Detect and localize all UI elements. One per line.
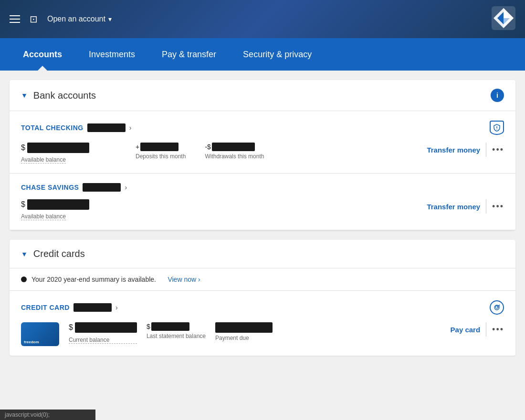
total-checking-balance-col: $ Available balance [21, 143, 116, 164]
credit-card-number-redacted [74, 303, 112, 312]
chase-savings-balance-redacted [27, 199, 89, 210]
total-checking-name-row: TOTAL CHECKING › [21, 121, 504, 135]
nav-item-accounts[interactable]: Accounts [10, 38, 75, 71]
total-checking-balance-label: Available balance [21, 156, 66, 164]
credit-card-name-row: CREDIT CARD › [21, 300, 504, 315]
total-checking-more-button[interactable]: ••• [492, 145, 504, 155]
nav-bar: Accounts Investments Pay & transfer Secu… [0, 38, 525, 71]
nav-item-pay-transfer[interactable]: Pay & transfer [148, 38, 230, 71]
total-checking-deposits-amount: + [136, 143, 186, 151]
nav-item-investments[interactable]: Investments [75, 38, 148, 71]
chase-savings-balance-col: $ Available balance [21, 199, 116, 220]
notice-text: Your 2020 year-end summary is available. [32, 276, 156, 283]
status-bar-text: javascript:void(0); [5, 411, 50, 418]
chevron-down-icon: ▾ [108, 15, 112, 23]
total-checking-chevron-icon[interactable]: › [129, 124, 132, 132]
credit-card-payment-due-redacted [215, 322, 273, 333]
chase-savings-balance-label: Available balance [21, 213, 66, 220]
refresh-icon[interactable] [490, 300, 504, 315]
credit-card-more-button[interactable]: ••• [492, 325, 504, 335]
credit-card-left: CREDIT CARD › [21, 303, 118, 312]
credit-card-current-balance-col: $ Current balance [69, 322, 137, 344]
credit-cards-header: ▼ Credit cards [10, 240, 515, 268]
credit-card-payment-due-col: Payment due [215, 322, 273, 341]
credit-card-name[interactable]: CREDIT CARD [21, 304, 70, 311]
total-checking-balance-redacted [27, 143, 89, 153]
credit-card-actions: Pay card ••• [451, 322, 504, 337]
total-checking-left: TOTAL CHECKING › [21, 123, 131, 132]
header-left: ⊡ Open an account ▾ [10, 13, 112, 25]
credit-card-last-statement-amount: $ [147, 322, 206, 331]
bank-accounts-title: ▼ Bank accounts [21, 90, 96, 101]
total-checking-actions: Transfer money ••• [427, 143, 504, 157]
total-checking-name[interactable]: TOTAL CHECKING [21, 124, 84, 132]
total-checking-details: $ Available balance + Deposits this mont… [21, 143, 504, 164]
savings-actions-divider [486, 199, 486, 214]
year-end-notice: Your 2020 year-end summary is available.… [10, 268, 515, 291]
credit-card-last-statement-redacted [151, 322, 189, 331]
chase-savings-row: CHASE SAVINGS › $ Available balance Tran… [10, 174, 515, 230]
svg-point-6 [496, 129, 497, 130]
chase-savings-more-button[interactable]: ••• [492, 202, 504, 212]
credit-card-row: CREDIT CARD › freedom $ [10, 291, 515, 356]
chase-savings-name[interactable]: CHASE SAVINGS [21, 184, 79, 191]
chase-savings-left: CHASE SAVINGS › [21, 183, 127, 192]
bank-accounts-info-icon[interactable]: i [491, 89, 504, 102]
total-checking-row: TOTAL CHECKING › $ [10, 111, 515, 174]
credit-card-current-balance-label: Current balance [69, 337, 137, 344]
open-account-label: Open an account [47, 15, 105, 23]
status-bar: javascript:void(0); [0, 410, 95, 420]
total-checking-withdrawals-label: Withdrawals this month [205, 153, 264, 160]
credit-cards-collapse-icon[interactable]: ▼ [21, 250, 28, 258]
chase-savings-transfer-button[interactable]: Transfer money [427, 203, 480, 211]
total-checking-balance-amount: $ [21, 143, 116, 153]
nav-item-security-privacy[interactable]: Security & privacy [230, 38, 325, 71]
bank-accounts-section: ▼ Bank accounts i TOTAL CHECKING › [10, 80, 515, 230]
shield-icon[interactable] [490, 121, 504, 135]
chase-savings-details: $ Available balance Transfer money ••• [21, 199, 504, 220]
total-checking-withdrawals-amount: -$ [205, 143, 264, 151]
total-checking-withdrawals-col: -$ Withdrawals this month [205, 143, 264, 160]
hamburger-menu-icon[interactable] [10, 15, 20, 23]
cc-actions-divider [486, 322, 486, 337]
chase-savings-account-number-redacted [83, 183, 121, 192]
total-checking-deposits-label: Deposits this month [136, 153, 186, 160]
bookmark-icon[interactable]: ⊡ [30, 13, 38, 25]
total-checking-withdrawals-redacted [212, 143, 255, 151]
freedom-card-label: freedom [24, 340, 39, 344]
open-account-button[interactable]: Open an account ▾ [47, 15, 112, 23]
actions-divider [486, 143, 486, 157]
collapse-icon[interactable]: ▼ [21, 92, 28, 99]
freedom-card-image: freedom [21, 322, 59, 346]
credit-card-chevron-icon[interactable]: › [116, 304, 118, 311]
view-now-link[interactable]: View now › [168, 276, 200, 283]
credit-card-payment-due-label: Payment due [215, 335, 273, 341]
credit-card-current-balance-redacted [75, 322, 137, 333]
chase-savings-chevron-icon[interactable]: › [125, 184, 127, 191]
chase-savings-balance-amount: $ [21, 199, 116, 210]
total-checking-transfer-button[interactable]: Transfer money [427, 146, 480, 154]
total-checking-account-number-redacted [87, 123, 126, 132]
bank-accounts-header: ▼ Bank accounts i [10, 80, 515, 111]
credit-card-last-statement-col: $ Last statement balance [147, 322, 206, 339]
chase-savings-name-row: CHASE SAVINGS › [21, 183, 504, 192]
credit-cards-section: ▼ Credit cards Your 2020 year-end summar… [10, 240, 515, 356]
chase-logo [492, 6, 515, 32]
main-content: ▼ Bank accounts i TOTAL CHECKING › [0, 71, 525, 375]
pay-card-button[interactable]: Pay card [451, 326, 481, 334]
credit-card-details: freedom $ Current balance $ Last stateme… [21, 322, 504, 346]
notice-chevron-icon: › [198, 276, 200, 283]
total-checking-deposits-col: + Deposits this month [136, 143, 186, 160]
credit-card-current-balance-amount: $ [69, 322, 137, 333]
credit-cards-title: ▼ Credit cards [21, 248, 85, 259]
chase-savings-actions: Transfer money ••• [427, 199, 504, 214]
top-header: ⊡ Open an account ▾ [0, 0, 525, 38]
credit-card-last-statement-label: Last statement balance [147, 333, 206, 339]
total-checking-deposits-redacted [140, 143, 178, 151]
notice-dot-icon [21, 277, 27, 282]
